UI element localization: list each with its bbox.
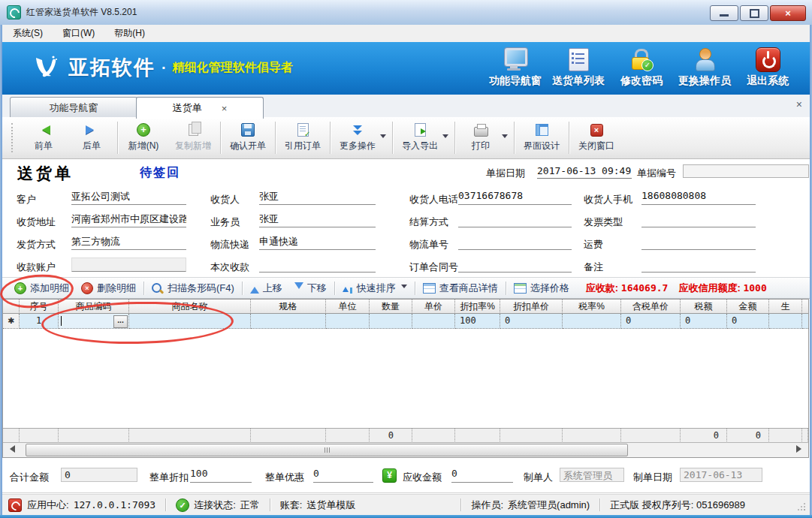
- field-order-contract-no[interactable]: [458, 257, 572, 273]
- cell-discount-price[interactable]: 0: [500, 314, 563, 329]
- cell-taxed-price[interactable]: 0: [621, 314, 681, 329]
- field-salesman[interactable]: 张亚: [259, 212, 376, 227]
- close-window-button[interactable]: × 关闭窗口: [571, 117, 622, 158]
- dropdown-caret-icon[interactable]: [442, 134, 448, 141]
- field-tracking-no[interactable]: [458, 235, 572, 250]
- cell-spec[interactable]: [251, 314, 326, 329]
- grid-header-discount-price[interactable]: 折扣单价: [500, 300, 563, 314]
- cell-tax[interactable]: 0: [681, 314, 727, 329]
- nav-button-change-password[interactable]: ✓ 修改密码: [610, 47, 673, 92]
- doc-date-field[interactable]: 2017-06-13 09:49: [537, 165, 632, 179]
- tabstrip-close-icon[interactable]: ×: [796, 98, 802, 110]
- grid-header-partial[interactable]: 生: [769, 300, 802, 314]
- field-customer[interactable]: 亚拓公司测试: [71, 190, 186, 205]
- dropdown-caret-icon[interactable]: [502, 134, 508, 141]
- receivable-field[interactable]: 0: [451, 468, 513, 483]
- ui-design-button[interactable]: 界面设计: [516, 117, 567, 158]
- cell-partial[interactable]: [769, 314, 802, 329]
- print-button[interactable]: 打印: [457, 117, 505, 158]
- grid-row-1[interactable]: ✱ 1 ... 100 0 0 0 0: [3, 314, 808, 329]
- nav-button-function-window[interactable]: 功能导航窗: [484, 47, 547, 92]
- field-payment-now[interactable]: [259, 257, 376, 273]
- browse-button[interactable]: ...: [113, 315, 128, 328]
- field-freight[interactable]: [641, 235, 756, 250]
- resize-grip[interactable]: [804, 509, 805, 510]
- whole-promo-field[interactable]: 0: [313, 468, 373, 483]
- magnifier-icon: [152, 283, 161, 293]
- close-button[interactable]: ×: [770, 5, 806, 21]
- quick-sort-button[interactable]: 快速排序: [337, 282, 413, 295]
- field-consignee-phone[interactable]: 03716678678: [458, 190, 572, 205]
- grid-header-amount[interactable]: 金额: [727, 300, 769, 314]
- horizontal-scrollbar[interactable]: [3, 442, 808, 457]
- cell-unit[interactable]: [326, 314, 370, 329]
- cell-price[interactable]: [412, 314, 455, 329]
- field-consignee[interactable]: 张亚: [259, 190, 376, 205]
- grid-header-product-name[interactable]: 商品名称: [129, 300, 251, 314]
- doc-number-field[interactable]: [683, 164, 809, 178]
- grid-header-seq[interactable]: 序号: [20, 300, 59, 314]
- brand-lockup: 亚拓软件 · 精细化管理软件倡导者: [31, 53, 293, 83]
- grid-header-taxed-price[interactable]: 含税单价: [621, 300, 681, 314]
- cell-amount[interactable]: 0: [727, 314, 769, 329]
- dropdown-caret-icon[interactable]: [380, 134, 386, 141]
- cell-product-code[interactable]: ...: [59, 314, 129, 329]
- grid-header-product-code[interactable]: 商品编码: [59, 300, 129, 314]
- scroll-right-icon[interactable]: [796, 445, 805, 453]
- select-price-button[interactable]: 选择价格: [508, 282, 575, 295]
- tab-function-window[interactable]: 功能导航窗: [10, 97, 137, 118]
- cell-product-name[interactable]: [129, 314, 251, 329]
- more-actions-button[interactable]: 更多操作: [332, 117, 383, 158]
- prev-doc-button[interactable]: 前单: [20, 117, 68, 158]
- add-detail-button[interactable]: + 添加明细: [8, 282, 75, 295]
- field-consignee-mobile[interactable]: 18608080808: [641, 190, 756, 205]
- nav-button-exit-system[interactable]: 退出系统: [736, 47, 799, 92]
- tab-delivery-note[interactable]: 送货单 ×: [136, 97, 264, 119]
- cell-seq[interactable]: 1: [20, 314, 59, 329]
- grid-header-spec[interactable]: 规格: [251, 300, 326, 314]
- field-receipt-account[interactable]: [71, 257, 186, 272]
- menu-item-system[interactable]: 系统(S): [13, 27, 43, 40]
- field-address[interactable]: 河南省郑州市中原区建设路: [71, 212, 186, 227]
- field-logistics[interactable]: 申通快递: [259, 235, 376, 250]
- nav-button-switch-operator[interactable]: 更换操作员: [673, 47, 736, 92]
- cell-tax-rate[interactable]: [563, 314, 621, 329]
- grid-header-qty[interactable]: 数量: [370, 300, 412, 314]
- grid-header-discount-rate[interactable]: 折扣率%: [455, 300, 500, 314]
- grid-header-row: 序号 商品编码 商品名称 规格 单位 数量 单价 折扣率% 折扣单价 税率% 含…: [3, 300, 808, 314]
- field-ship-method[interactable]: 第三方物流: [71, 235, 186, 250]
- list-icon: [569, 47, 589, 72]
- delete-detail-button[interactable]: × 删除明细: [75, 282, 142, 295]
- menu-item-window[interactable]: 窗口(W): [62, 27, 95, 40]
- window-border-bottom: [0, 515, 812, 518]
- whole-discount-field[interactable]: 100: [190, 468, 252, 483]
- grid-header-unit[interactable]: 单位: [326, 300, 370, 314]
- move-down-button[interactable]: 下移: [288, 282, 333, 295]
- move-up-button[interactable]: 上移: [244, 282, 288, 295]
- field-remark[interactable]: [641, 257, 756, 273]
- cell-discount-rate[interactable]: 100: [455, 314, 500, 329]
- new-doc-button[interactable]: + 新增(N): [119, 117, 168, 158]
- scan-barcode-button[interactable]: 扫描条形码(F4): [146, 282, 240, 295]
- cell-qty[interactable]: [370, 314, 412, 329]
- import-export-button[interactable]: 导入导出: [394, 117, 445, 158]
- confirm-billing-button[interactable]: 确认开单: [222, 117, 273, 158]
- restore-button[interactable]: [740, 5, 768, 21]
- minimize-button[interactable]: [710, 5, 738, 21]
- reference-order-button[interactable]: ✓ 引用订单: [277, 117, 328, 158]
- grid-header-tax-rate[interactable]: 税率%: [563, 300, 621, 314]
- scrollbar-thumb[interactable]: [26, 444, 628, 456]
- view-product-detail-button[interactable]: 查看商品详情: [417, 282, 504, 295]
- grid-header-price[interactable]: 单价: [412, 300, 455, 314]
- next-doc-button[interactable]: 后单: [68, 117, 116, 158]
- tab-close-icon[interactable]: ×: [222, 103, 228, 114]
- menu-item-help[interactable]: 帮助(H): [114, 27, 145, 40]
- field-invoice-type[interactable]: [641, 212, 756, 227]
- nav-button-delivery-list[interactable]: 送货单列表: [547, 47, 610, 92]
- scroll-left-icon[interactable]: [6, 445, 15, 453]
- yen-icon[interactable]: ¥: [382, 468, 397, 483]
- grid-header-tax[interactable]: 税额: [681, 300, 727, 314]
- separator: [220, 122, 221, 154]
- main-toolbar: 前单 后单 + 新增(N) 复制新增 确认开单 ✓ 引用订单 更多操作: [2, 117, 810, 159]
- field-settlement[interactable]: [458, 212, 572, 227]
